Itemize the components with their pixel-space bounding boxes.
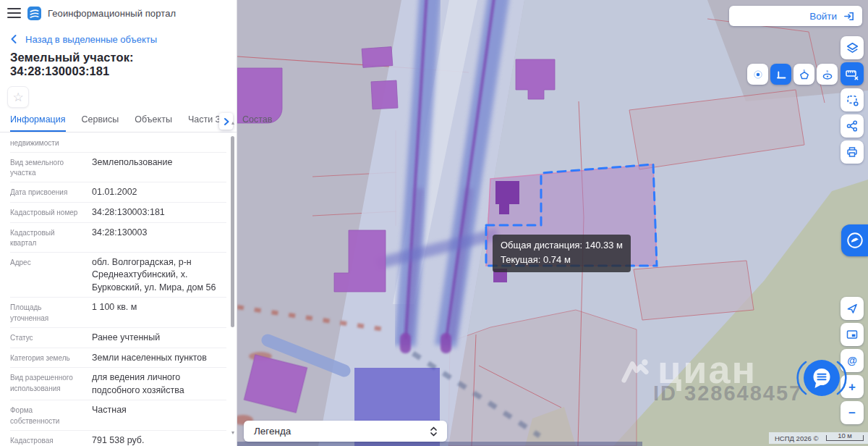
- map-toolbar: [841, 36, 864, 164]
- ruler-close-button[interactable]: [841, 62, 864, 85]
- favorite-button[interactable]: ☆: [7, 86, 29, 108]
- legend-label: Легенда: [254, 426, 291, 437]
- ruler-x-icon: [845, 67, 859, 81]
- legend-bar[interactable]: Легенда: [244, 421, 447, 442]
- login-label: Войти: [809, 11, 837, 22]
- tooltip-total-distance: Общая дистанция: 140.33 м: [501, 238, 623, 253]
- scroll-up-icon[interactable]: ▴: [231, 120, 234, 126]
- field-label: Статус: [10, 332, 80, 344]
- scroll-down-icon[interactable]: ▾: [231, 430, 234, 436]
- info-row: Форма собственности Частная: [10, 400, 226, 431]
- share-button[interactable]: [841, 114, 864, 138]
- field-label: Вид земельного участка: [10, 156, 80, 179]
- chat-bubble-icon: [796, 353, 848, 403]
- location-arrow-icon: [846, 302, 859, 315]
- tab-services[interactable]: Сервисы: [82, 114, 119, 132]
- minimap-icon: [846, 328, 859, 341]
- field-value: Частная: [92, 404, 226, 426]
- layers-icon: [846, 41, 859, 55]
- measurement-tooltip: Общая дистанция: 140.33 м Текущая: 0.74 …: [493, 235, 631, 272]
- field-value: 791 538 руб.: [92, 434, 226, 446]
- zoom-out-button[interactable]: −: [841, 401, 864, 424]
- select-area-button[interactable]: [841, 88, 864, 112]
- field-label: Кадастровый квартал: [10, 227, 80, 249]
- info-row-partial: недвижимости: [10, 132, 226, 153]
- tab-bar: Информация Сервисы Объекты Части ЗУ Сост…: [0, 114, 237, 132]
- field-value: Ранее учтенный: [92, 332, 226, 344]
- measure-ellipse-button[interactable]: s: [817, 64, 838, 85]
- info-row: Адрес обл. Волгоградская, р-н Среднеахту…: [10, 253, 226, 298]
- chevron-left-icon: [10, 34, 17, 44]
- field-label: Дата присвоения: [10, 186, 80, 198]
- nspd-panel-handle[interactable]: [841, 224, 868, 256]
- map-utility-cap: [441, 333, 451, 353]
- map-parcel[interactable]: [634, 261, 754, 320]
- info-row: Вид земельного участка Землепользование: [10, 153, 226, 183]
- point-icon: [752, 68, 765, 81]
- info-row: Вид разрешенного использования для веден…: [10, 368, 226, 400]
- field-label: Кадастровый номер: [10, 206, 80, 219]
- geoportal-app: Общая дистанция: 140.33 м Текущая: 0.74 …: [0, 0, 868, 446]
- star-icon: ☆: [12, 91, 23, 104]
- field-label: Вид разрешенного использования: [10, 371, 80, 397]
- lasso-select-icon: [846, 93, 859, 107]
- portal-logo-icon: [27, 7, 41, 20]
- print-button[interactable]: [841, 140, 864, 164]
- at-icon: @: [847, 355, 857, 366]
- back-row[interactable]: Назад в выделенные объекты: [10, 33, 237, 45]
- top-bar: Геоинформационный портал: [0, 0, 237, 26]
- scale-strip: НСПД 2026 © 10 м: [769, 432, 868, 444]
- field-label: недвижимости: [10, 137, 226, 149]
- svg-text:s: s: [826, 68, 828, 72]
- info-row: Площадь уточненная 1 100 кв. м: [10, 298, 226, 328]
- menu-icon[interactable]: [7, 8, 21, 18]
- share-icon: [846, 119, 859, 132]
- info-content[interactable]: недвижимости Вид земельного участка Земл…: [0, 132, 237, 446]
- chat-button[interactable]: [796, 353, 848, 403]
- info-row: Дата присвоения 01.01.2002: [10, 182, 226, 203]
- tab-information[interactable]: Информация: [10, 114, 66, 132]
- field-value: 01.01.2002: [92, 186, 226, 198]
- field-value: Земли населенных пунктов: [92, 352, 226, 364]
- field-value: 34:28:130003: [92, 227, 226, 249]
- page-title: Земельный участок: 34:28:130003:181: [10, 51, 226, 78]
- field-value: 34:28:130003:181: [92, 206, 226, 219]
- field-label: Площадь уточненная: [10, 301, 80, 324]
- field-label: Адрес: [10, 256, 80, 294]
- print-icon: [846, 146, 859, 159]
- measure-length-button[interactable]: [770, 64, 791, 85]
- svg-text:s: s: [803, 68, 805, 72]
- tab-objects[interactable]: Объекты: [135, 114, 172, 132]
- measure-tools: s s: [747, 64, 838, 85]
- field-label: Категория земель: [10, 352, 80, 364]
- field-value: обл. Волгоградская, р-н Среднеахтубински…: [92, 256, 226, 294]
- layers-button[interactable]: [841, 36, 864, 59]
- chevron-right-icon: [223, 117, 230, 126]
- tab-composition[interactable]: Состав: [242, 114, 272, 132]
- app-title: Геоинформационный портал: [48, 8, 176, 19]
- watermark-id: ID 328648457: [653, 382, 802, 405]
- ellipse-icon: s: [821, 68, 834, 81]
- measure-point-button[interactable]: [747, 64, 768, 85]
- map-edge-strip: [237, 442, 642, 446]
- info-panel: Геоинформационный портал Назад в выделен…: [0, 0, 237, 446]
- my-location-button[interactable]: [841, 297, 864, 320]
- back-link[interactable]: Назад в выделенные объекты: [25, 34, 157, 45]
- expand-collapse-icon: [429, 425, 438, 438]
- field-value: Землепользование: [92, 156, 226, 179]
- minimap-button[interactable]: [841, 323, 864, 346]
- length-icon: [775, 68, 788, 81]
- cian-logo-icon: [618, 353, 652, 386]
- minus-icon: −: [848, 407, 856, 419]
- map-utility-cap: [400, 333, 411, 353]
- area-icon: s: [798, 68, 811, 81]
- info-row: Кадастровый квартал 34:28:130003: [10, 223, 226, 253]
- scale-bar: 10 м: [826, 435, 864, 441]
- login-button[interactable]: Войти: [729, 6, 862, 26]
- field-value: для ведения личного подсобного хозяйства: [92, 371, 226, 397]
- info-row: Категория земель Земли населенных пункто…: [10, 348, 226, 369]
- panel-scrollbar[interactable]: [231, 136, 234, 327]
- scale-label: 10 м: [827, 432, 863, 439]
- measure-area-button[interactable]: s: [793, 64, 814, 85]
- field-label: Форма собственности: [10, 404, 80, 426]
